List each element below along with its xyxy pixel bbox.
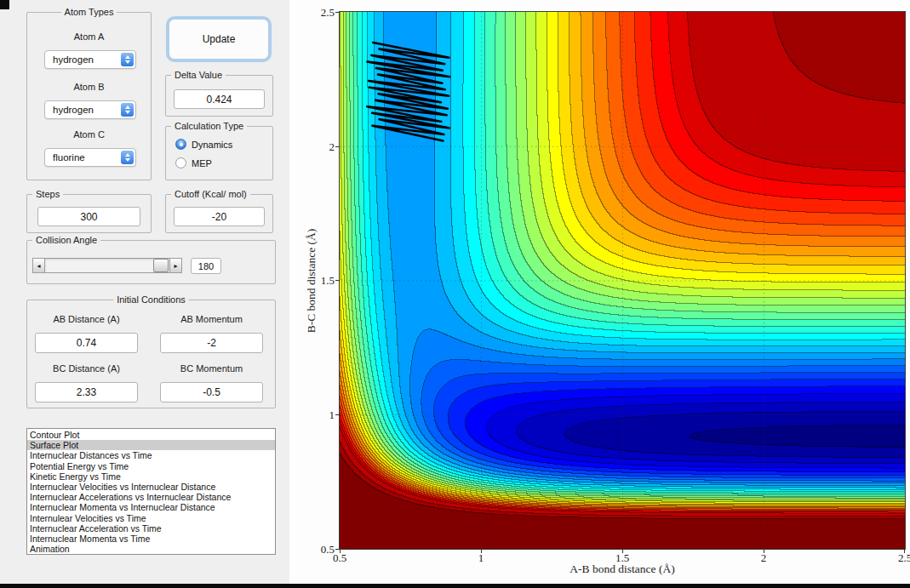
radio-dynamics[interactable]: Dynamics (175, 139, 232, 150)
atom-b-label: Atom B (26, 82, 152, 92)
dropdown-stepper-icon (121, 151, 134, 164)
ab-distance-label: AB Distance (A) (35, 314, 138, 324)
atom-c-value: fluorine (53, 152, 85, 163)
delta-value-field[interactable]: 0.424 (174, 89, 265, 109)
list-item[interactable]: Internuclear Momenta vs Time (27, 534, 275, 544)
atom-b-dropdown[interactable]: hydrogen (44, 100, 136, 119)
window-corner-artifact (0, 0, 9, 9)
y-axis-label: B-C bond distance (Å) (305, 196, 318, 366)
atom-a-value: hydrogen (53, 54, 94, 65)
list-item[interactable]: Internuclear Accelerations vs Internucle… (27, 492, 275, 502)
x-tick-label: 1 (462, 551, 500, 565)
atom-c-label: Atom C (26, 129, 152, 140)
radio-mep-label: MEP (192, 158, 212, 168)
application-window: Atom Types Atom A hydrogen Atom B hydrog… (0, 0, 910, 588)
y-tick-label: 2 (309, 140, 335, 154)
bc-momentum-field[interactable]: -0.5 (160, 382, 263, 402)
x-tick-label: 2.5 (886, 551, 910, 565)
y-tick (335, 280, 339, 281)
delta-value-title: Delta Value (171, 70, 226, 80)
update-button[interactable]: Update (169, 19, 269, 60)
window-bottom-edge (0, 584, 910, 588)
steps-field[interactable]: 300 (37, 207, 140, 226)
y-tick (335, 146, 339, 147)
radio-unselected-icon (175, 157, 186, 168)
atom-b-value: hydrogen (53, 105, 94, 115)
radio-selected-icon (175, 139, 186, 150)
steps-title: Steps (32, 189, 63, 199)
y-tick (335, 549, 339, 550)
ab-distance-field[interactable]: 0.74 (35, 333, 138, 353)
radio-dynamics-label: Dynamics (192, 140, 232, 150)
atom-types-title: Atom Types (61, 7, 117, 17)
x-axis-label: A-B bond distance (Å) (537, 562, 707, 576)
slider-track[interactable] (45, 259, 169, 272)
collision-angle-title: Collision Angle (32, 235, 100, 245)
cutoff-title: Cutoff (Kcal/ mol) (171, 189, 250, 199)
radio-mep[interactable]: MEP (175, 157, 212, 168)
collision-angle-slider[interactable]: ◂ ▸ (32, 258, 182, 273)
list-item[interactable]: Kinetic Energy vs Time (27, 471, 275, 482)
bc-distance-field[interactable]: 2.33 (35, 382, 138, 402)
list-item[interactable]: Potential Energy vs Time (27, 461, 275, 471)
cutoff-field[interactable]: -20 (174, 207, 265, 226)
list-item[interactable]: Internuclear Acceleration vs Time (27, 523, 275, 534)
y-tick (335, 414, 339, 415)
list-item[interactable]: Animation (27, 544, 275, 554)
list-item-selected[interactable]: Surface Plot (27, 440, 275, 450)
x-tick-label: 2 (745, 551, 782, 565)
y-tick (335, 12, 339, 13)
atom-a-label: Atom A (26, 31, 152, 42)
slider-thumb[interactable] (153, 259, 169, 272)
atom-c-dropdown[interactable]: fluorine (44, 148, 136, 167)
calculation-type-title: Calculation Type (171, 121, 247, 131)
collision-angle-field[interactable]: 180 (191, 258, 221, 274)
contour-plot-canvas (339, 11, 906, 550)
ab-momentum-field[interactable]: -2 (160, 333, 263, 353)
y-tick-label: 2.5 (309, 6, 335, 20)
ab-momentum-label: AB Momentum (160, 314, 263, 324)
initial-conditions-title: Initial Conditions (113, 294, 189, 305)
bc-momentum-label: BC Momentum (160, 363, 263, 374)
slider-increment-icon[interactable]: ▸ (169, 259, 181, 272)
list-item[interactable]: Internulear Velocities vs Time (27, 513, 275, 523)
dropdown-stepper-icon (121, 103, 134, 117)
list-item[interactable]: Internuclear Distances vs Time (27, 450, 275, 460)
list-item[interactable]: Internuclear Momenta vs Internuclear Dis… (27, 502, 275, 512)
y-tick-label: 0.5 (309, 543, 335, 557)
list-item[interactable]: Internuclear Velocities vs Internuclear … (27, 482, 275, 492)
atom-a-dropdown[interactable]: hydrogen (44, 50, 136, 69)
dropdown-stepper-icon (121, 53, 134, 66)
y-tick-label: 1 (309, 408, 335, 422)
list-item[interactable]: Contour Plot (27, 430, 275, 440)
slider-decrement-icon[interactable]: ◂ (33, 259, 45, 272)
calculation-type-panel: Calculation Type (165, 126, 273, 180)
plot-type-listbox[interactable]: Contour Plot Surface Plot Internuclear D… (26, 428, 276, 555)
bc-distance-label: BC Distance (A) (35, 363, 138, 374)
